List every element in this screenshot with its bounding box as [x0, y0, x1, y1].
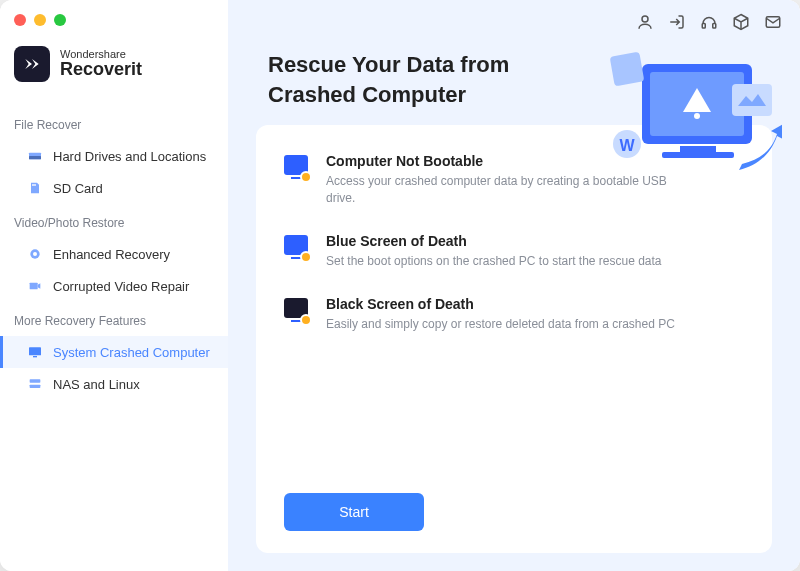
svg-rect-7 [29, 347, 41, 355]
sidebar-item-enhanced-recovery[interactable]: Enhanced Recovery [0, 238, 228, 270]
option-title: Black Screen of Death [326, 296, 744, 312]
option-not-bootable[interactable]: Computer Not Bootable Access your crashe… [284, 153, 744, 207]
svg-rect-6 [30, 283, 38, 290]
option-blue-screen[interactable]: Blue Screen of Death Set the boot option… [284, 233, 744, 270]
svg-point-5 [33, 252, 37, 256]
page-title: Rescue Your Data from Crashed Computer [228, 44, 588, 125]
brand-logo-icon [14, 46, 50, 82]
window-controls [14, 14, 66, 26]
sd-card-icon [27, 180, 43, 196]
svg-point-11 [642, 16, 648, 22]
section-label-video-photo: Video/Photo Restore [0, 204, 228, 238]
maximize-window-icon[interactable] [54, 14, 66, 26]
login-icon[interactable] [668, 13, 686, 31]
package-icon[interactable] [732, 13, 750, 31]
sidebar-item-nas-linux[interactable]: NAS and Linux [0, 368, 228, 400]
server-icon [27, 376, 43, 392]
minimize-window-icon[interactable] [34, 14, 46, 26]
sidebar-item-system-crashed[interactable]: System Crashed Computer [0, 336, 228, 368]
brand-main: Recoverit [60, 60, 142, 80]
main-panel: Rescue Your Data from Crashed Computer W [228, 0, 800, 571]
topbar [228, 0, 800, 44]
svg-rect-8 [33, 356, 37, 357]
svg-rect-13 [713, 24, 716, 29]
section-label-file-recover: File Recover [0, 106, 228, 140]
option-title: Computer Not Bootable [326, 153, 744, 169]
mail-icon[interactable] [764, 13, 782, 31]
app-window: Wondershare Recoverit File Recover Hard … [0, 0, 800, 571]
monitor-warning-icon [284, 155, 310, 181]
svg-rect-1 [29, 156, 41, 159]
svg-rect-12 [702, 24, 705, 29]
monitor-blue-icon [284, 235, 310, 261]
sidebar-item-label: System Crashed Computer [53, 345, 210, 360]
sidebar-item-label: SD Card [53, 181, 103, 196]
start-button[interactable]: Start [284, 493, 424, 531]
hard-drive-icon [27, 148, 43, 164]
support-icon[interactable] [700, 13, 718, 31]
svg-rect-9 [30, 379, 41, 382]
svg-rect-20 [610, 52, 645, 87]
option-title: Blue Screen of Death [326, 233, 744, 249]
svg-rect-3 [34, 184, 35, 186]
sidebar-item-label: NAS and Linux [53, 377, 140, 392]
sidebar-item-corrupted-video[interactable]: Corrupted Video Repair [0, 270, 228, 302]
svg-rect-2 [32, 184, 33, 186]
svg-rect-21 [732, 84, 772, 116]
option-desc: Set the boot options on the crashed PC t… [326, 253, 686, 270]
options-card: Computer Not Bootable Access your crashe… [256, 125, 772, 553]
sidebar-item-sd-card[interactable]: SD Card [0, 172, 228, 204]
video-repair-icon [27, 278, 43, 294]
option-desc: Easily and simply copy or restore delete… [326, 316, 686, 333]
monitor-black-icon [284, 298, 310, 324]
close-window-icon[interactable] [14, 14, 26, 26]
account-icon[interactable] [636, 13, 654, 31]
option-black-screen[interactable]: Black Screen of Death Easily and simply … [284, 296, 744, 333]
enhanced-recovery-icon [27, 246, 43, 262]
monitor-icon [27, 344, 43, 360]
sidebar-item-label: Enhanced Recovery [53, 247, 170, 262]
svg-rect-10 [30, 385, 41, 388]
option-desc: Access your crashed computer data by cre… [326, 173, 686, 207]
sidebar-item-label: Hard Drives and Locations [53, 149, 206, 164]
section-label-more: More Recovery Features [0, 302, 228, 336]
sidebar-item-label: Corrupted Video Repair [53, 279, 189, 294]
svg-point-19 [694, 113, 700, 119]
sidebar: Wondershare Recoverit File Recover Hard … [0, 0, 228, 571]
sidebar-item-hard-drives[interactable]: Hard Drives and Locations [0, 140, 228, 172]
brand: Wondershare Recoverit [0, 40, 228, 106]
